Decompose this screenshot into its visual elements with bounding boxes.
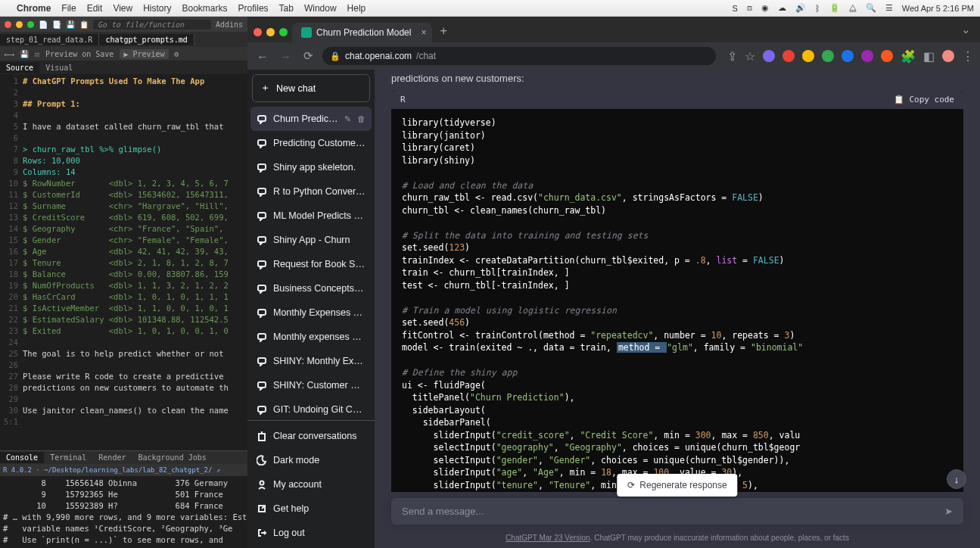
menu-help[interactable]: Help <box>347 3 366 14</box>
extension-icon[interactable] <box>861 50 873 62</box>
message-input[interactable]: Send a message... ➤ <box>391 498 963 525</box>
extension-icon[interactable] <box>842 50 854 62</box>
visual-mode[interactable]: Visual <box>39 62 79 73</box>
gear-icon[interactable]: ⚙ <box>175 50 179 58</box>
status-icon[interactable]: S <box>732 4 737 13</box>
conversation-item[interactable]: ML Model Predicts Custome <box>250 204 372 228</box>
bgjobs-tab[interactable]: Background Jobs <box>132 452 212 463</box>
share-icon[interactable]: ⇪ <box>727 49 737 64</box>
extension-icon[interactable] <box>763 50 775 62</box>
conversation-item[interactable]: Request for Book Summary. <box>250 252 372 276</box>
preview-on-save[interactable]: Preview on Save <box>45 50 114 58</box>
bluetooth-icon[interactable]: ᛒ <box>815 4 820 13</box>
send-icon[interactable]: ➤ <box>944 506 953 517</box>
goto-file-input[interactable]: Go to file/function <box>93 20 211 30</box>
search-icon[interactable]: 🔍 <box>866 3 876 13</box>
arrow-icon[interactable]: ⟵⟶ <box>5 50 14 58</box>
menu-tab[interactable]: Tab <box>279 3 294 14</box>
volume-icon[interactable]: 🔊 <box>795 3 806 13</box>
conversation-item[interactable]: Monthly expenses calculator <box>250 325 372 349</box>
trash-icon[interactable]: 🗑 <box>357 114 366 123</box>
edit-icon[interactable]: ✎ <box>344 114 351 124</box>
code-content[interactable]: library(tidyverse) library(janitor) libr… <box>391 109 963 492</box>
toolbar-btn[interactable]: 📋 <box>79 20 89 29</box>
clock[interactable]: Wed Apr 5 2:16 PM <box>902 4 974 13</box>
console-output[interactable]: 8 15656148 Obinna 376 Germany 9 15792365… <box>0 476 247 548</box>
traffic-max-icon[interactable] <box>27 21 34 28</box>
conversation-item[interactable]: R to Python Conversion <box>250 179 372 204</box>
terminal-tab[interactable]: Terminal <box>44 452 92 463</box>
logout[interactable]: Log out <box>250 521 372 545</box>
get-help[interactable]: Get help <box>250 497 372 521</box>
dropbox-icon[interactable]: ⧈ <box>747 3 752 13</box>
traffic-min-icon[interactable] <box>266 28 275 36</box>
extension-icon[interactable] <box>802 50 814 62</box>
battery-icon[interactable]: 🔋 <box>829 3 840 13</box>
extension-icon[interactable] <box>881 50 893 62</box>
star-icon[interactable]: ☆ <box>745 49 755 64</box>
menu-view[interactable]: View <box>113 3 132 14</box>
addins-button[interactable]: Addins <box>216 20 243 29</box>
cloud-icon[interactable]: ☁ <box>778 3 786 13</box>
chat-icon <box>257 114 267 124</box>
toolbar-btn[interactable]: 💾 <box>66 20 75 29</box>
rstudio-editor[interactable]: 1# ChatGPT Prompts Used To Make The App2… <box>0 74 247 450</box>
back-button[interactable]: ← <box>254 48 271 64</box>
scroll-down-button[interactable]: ↓ <box>947 469 966 489</box>
conversation-item[interactable]: Business Concepts MBA <box>250 276 372 300</box>
extension-icon[interactable] <box>782 50 795 62</box>
camera-icon[interactable]: ◉ <box>761 3 769 13</box>
control-center-icon[interactable]: ☰ <box>885 3 893 13</box>
conversation-item[interactable]: Predicting Customer Churn F <box>250 131 372 155</box>
sidepanel-icon[interactable]: ◧ <box>923 49 935 64</box>
regenerate-label: Regenerate response <box>639 480 726 490</box>
menu-edit[interactable]: Edit <box>87 3 103 14</box>
copy-code-button[interactable]: 📋 Copy code <box>894 95 954 104</box>
version-link[interactable]: ChatGPT Mar 23 Version <box>506 534 590 542</box>
console-path[interactable]: R 4.0.2 · ~/Desktop/learning_labs/lab_82… <box>3 466 220 474</box>
editor-tab[interactable]: step_01_read_data.R <box>0 34 99 45</box>
kebab-menu-icon[interactable]: ⋮ <box>962 49 974 64</box>
menu-file[interactable]: File <box>61 3 76 14</box>
url-bar[interactable]: 🔒 chat.openai.com/chat <box>322 47 716 65</box>
save-icon[interactable]: 💾 <box>20 50 29 58</box>
chevron-down-icon[interactable]: ⌄ <box>958 21 974 42</box>
profile-avatar[interactable] <box>942 50 954 62</box>
traffic-close-icon[interactable] <box>5 21 11 28</box>
conversation-item[interactable]: SHINY: Monthly Expenses Ca <box>250 349 372 373</box>
reload-button[interactable]: ⟳ <box>300 48 316 64</box>
conversation-item[interactable]: GIT: Undoing Git Commits. <box>250 397 372 420</box>
traffic-close-icon[interactable] <box>254 28 262 36</box>
editor-tab-active[interactable]: chatgpt_prompts.md <box>99 34 194 45</box>
traffic-min-icon[interactable] <box>16 21 23 28</box>
regenerate-button[interactable]: ⟳ Regenerate response <box>617 474 737 497</box>
extension-icon[interactable] <box>822 50 834 62</box>
toolbar-btn[interactable]: 📄 <box>39 20 48 29</box>
dark-mode-toggle[interactable]: Dark mode <box>250 448 372 472</box>
menu-bookmarks[interactable]: Bookmarks <box>182 3 228 14</box>
menu-history[interactable]: History <box>143 3 171 14</box>
preview-button[interactable]: ▶ Preview <box>120 49 168 59</box>
conversation-item[interactable]: SHINY: Customer Spending P <box>250 373 372 397</box>
browser-tab[interactable]: Churn Prediction Model × <box>292 23 432 42</box>
my-account[interactable]: My account <box>250 472 372 497</box>
clear-conversations[interactable]: Clear conversations <box>250 424 372 448</box>
render-tab[interactable]: Render <box>92 452 132 463</box>
toolbar-btn[interactable]: 📑 <box>52 20 61 29</box>
traffic-max-icon[interactable] <box>279 28 288 36</box>
console-tab[interactable]: Console <box>0 452 44 463</box>
tab-label: chatgpt_prompts.md <box>105 36 187 44</box>
forward-button[interactable]: → <box>277 48 294 64</box>
menu-profiles[interactable]: Profiles <box>238 3 269 14</box>
conversation-item[interactable]: Monthly Expenses Calculato <box>250 300 372 325</box>
extensions-icon[interactable]: 🧩 <box>901 49 916 64</box>
close-tab-icon[interactable]: × <box>421 27 426 38</box>
source-mode[interactable]: Source <box>0 62 39 73</box>
wifi-icon[interactable]: ⧋ <box>849 3 857 13</box>
conversation-active[interactable]: Churn Prediction Mod ✎ 🗑 <box>250 107 372 131</box>
conversation-item[interactable]: Shiny app skeleton. <box>250 155 372 179</box>
menu-window[interactable]: Window <box>304 3 337 14</box>
new-tab-button[interactable]: + <box>432 20 454 42</box>
new-chat-button[interactable]: ＋ New chat <box>252 74 370 102</box>
conversation-item[interactable]: Shiny App - Churn <box>250 228 372 252</box>
